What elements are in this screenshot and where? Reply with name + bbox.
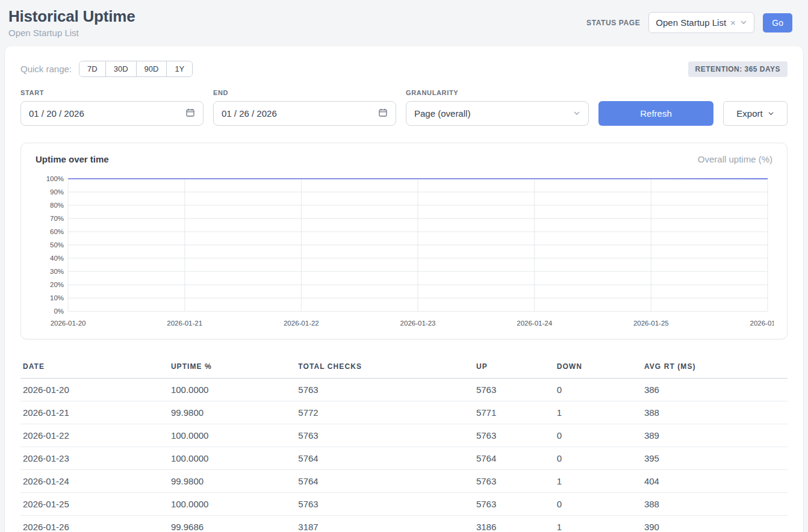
table-cell: 2026-01-26 bbox=[20, 516, 169, 532]
end-date-input[interactable]: 01 / 26 / 2026 bbox=[213, 101, 396, 126]
uptime-table-body: 2026-01-20100.00005763576303862026-01-21… bbox=[20, 379, 788, 532]
svg-text:2026-01-26: 2026-01-26 bbox=[750, 320, 774, 327]
page-title: Historical Uptime bbox=[8, 7, 135, 26]
table-cell: 5763 bbox=[296, 424, 474, 447]
quick-range-group: 7D 30D 90D 1Y bbox=[79, 61, 193, 77]
table-cell: 100.0000 bbox=[169, 379, 296, 401]
table-cell: 100.0000 bbox=[169, 447, 296, 470]
table-cell: 2026-01-20 bbox=[20, 379, 169, 401]
table-cell: 1 bbox=[555, 470, 642, 493]
svg-text:90%: 90% bbox=[50, 188, 64, 196]
table-cell: 1 bbox=[555, 516, 642, 532]
table-row: 2026-01-22100.0000576357630389 bbox=[20, 424, 788, 447]
column-header-uptime: UPTIME % bbox=[169, 356, 296, 379]
table-cell: 5763 bbox=[296, 379, 474, 401]
table-cell: 99.9800 bbox=[169, 470, 296, 493]
chevron-down-icon bbox=[573, 108, 580, 119]
svg-text:100%: 100% bbox=[46, 175, 64, 182]
table-cell: 5764 bbox=[296, 447, 474, 470]
table-cell: 3187 bbox=[296, 516, 474, 532]
svg-text:50%: 50% bbox=[50, 241, 64, 249]
column-header-total-checks: TOTAL CHECKS bbox=[296, 356, 474, 379]
topbar: Historical Uptime Open Startup List STAT… bbox=[0, 0, 808, 43]
table-cell: 0 bbox=[555, 424, 642, 447]
quick-range-30d-button[interactable]: 30D bbox=[105, 61, 136, 76]
table-cell: 0 bbox=[555, 493, 642, 516]
svg-text:40%: 40% bbox=[50, 255, 64, 262]
quick-range-row: Quick range: 7D 30D 90D 1Y RETENTION: 36… bbox=[20, 61, 788, 77]
start-date-input[interactable]: 01 / 20 / 2026 bbox=[20, 101, 204, 126]
table-row: 2026-01-25100.0000576357630388 bbox=[20, 493, 788, 516]
column-header-up: UP bbox=[474, 356, 555, 379]
end-date-label: END bbox=[213, 89, 396, 96]
table-cell: 2026-01-21 bbox=[20, 401, 169, 424]
table-cell: 5764 bbox=[296, 470, 474, 493]
column-header-avg-rt: AVG RT (MS) bbox=[642, 356, 788, 379]
topbar-controls: STATUS PAGE Open Startup List × Go bbox=[586, 12, 792, 33]
svg-text:10%: 10% bbox=[50, 294, 64, 302]
table-cell: 388 bbox=[642, 493, 788, 516]
chart-title: Uptime over time bbox=[36, 154, 109, 164]
status-page-selected-value: Open Startup List bbox=[656, 17, 726, 28]
calendar-icon[interactable] bbox=[378, 108, 388, 119]
filter-form-row: START 01 / 20 / 2026 END 01 / 26 / 2026 … bbox=[20, 89, 788, 126]
start-date-value: 01 / 20 / 2026 bbox=[29, 108, 84, 119]
export-button[interactable]: Export bbox=[723, 101, 788, 126]
quick-range-90d-button[interactable]: 90D bbox=[136, 61, 167, 76]
table-cell: 5771 bbox=[474, 401, 555, 424]
status-page-select[interactable]: Open Startup List × bbox=[648, 12, 754, 33]
table-cell: 5772 bbox=[296, 401, 474, 424]
svg-text:2026-01-24: 2026-01-24 bbox=[517, 320, 552, 327]
table-cell: 389 bbox=[642, 424, 788, 447]
granularity-label: GRANULARITY bbox=[406, 89, 589, 96]
table-row: 2026-01-2499.9800576457631404 bbox=[20, 470, 788, 493]
status-page-label: STATUS PAGE bbox=[586, 19, 640, 27]
calendar-icon[interactable] bbox=[185, 108, 195, 119]
table-cell: 2026-01-24 bbox=[20, 470, 169, 493]
svg-text:2026-01-22: 2026-01-22 bbox=[284, 320, 319, 327]
table-row: 2026-01-2199.9800577257711388 bbox=[20, 401, 788, 424]
table-cell: 3186 bbox=[474, 516, 555, 532]
table-cell: 100.0000 bbox=[169, 493, 296, 516]
svg-text:2026-01-25: 2026-01-25 bbox=[633, 320, 669, 327]
granularity-field: GRANULARITY Page (overall) bbox=[406, 89, 589, 126]
svg-text:70%: 70% bbox=[50, 215, 64, 222]
table-cell: 5763 bbox=[474, 493, 555, 516]
chart-header: Uptime over time Overall uptime (%) bbox=[34, 154, 774, 164]
table-row: 2026-01-20100.0000576357630386 bbox=[20, 379, 788, 401]
column-header-down: DOWN bbox=[555, 356, 642, 379]
table-cell: 0 bbox=[555, 447, 642, 470]
table-cell: 100.0000 bbox=[169, 424, 296, 447]
main-card: Quick range: 7D 30D 90D 1Y RETENTION: 36… bbox=[5, 46, 803, 532]
go-button[interactable]: Go bbox=[763, 13, 792, 32]
svg-text:2026-01-20: 2026-01-20 bbox=[51, 320, 86, 327]
refresh-button[interactable]: Refresh bbox=[598, 101, 713, 126]
svg-text:20%: 20% bbox=[50, 281, 64, 288]
table-cell: 0 bbox=[555, 379, 642, 401]
end-date-field: END 01 / 26 / 2026 bbox=[213, 89, 396, 126]
table-row: 2026-01-2699.9686318731861390 bbox=[20, 516, 788, 532]
retention-badge: RETENTION: 365 DAYS bbox=[688, 61, 788, 77]
table-cell: 395 bbox=[642, 447, 788, 470]
quick-range-7d-button[interactable]: 7D bbox=[79, 61, 105, 76]
table-cell: 5763 bbox=[296, 493, 474, 516]
table-cell: 2026-01-25 bbox=[20, 493, 169, 516]
quick-range-1y-button[interactable]: 1Y bbox=[166, 61, 192, 76]
table-cell: 404 bbox=[642, 470, 788, 493]
svg-text:2026-01-23: 2026-01-23 bbox=[400, 320, 436, 327]
table-cell: 2026-01-22 bbox=[20, 424, 169, 447]
uptime-chart: 0%10%20%30%40%50%60%70%80%90%100%2026-01… bbox=[34, 173, 774, 334]
clear-selection-icon[interactable]: × bbox=[730, 18, 736, 27]
page-subtitle: Open Startup List bbox=[8, 28, 135, 38]
table-cell: 1 bbox=[555, 401, 642, 424]
table-cell: 388 bbox=[642, 401, 788, 424]
column-header-date: DATE bbox=[20, 356, 169, 379]
svg-text:60%: 60% bbox=[50, 228, 64, 235]
end-date-value: 01 / 26 / 2026 bbox=[222, 108, 277, 119]
quick-range-label: Quick range: bbox=[20, 64, 72, 74]
export-button-label: Export bbox=[736, 108, 762, 119]
table-cell: 99.9686 bbox=[169, 516, 296, 532]
title-block: Historical Uptime Open Startup List bbox=[8, 7, 135, 38]
table-cell: 5763 bbox=[474, 470, 555, 493]
granularity-select[interactable]: Page (overall) bbox=[406, 101, 589, 126]
